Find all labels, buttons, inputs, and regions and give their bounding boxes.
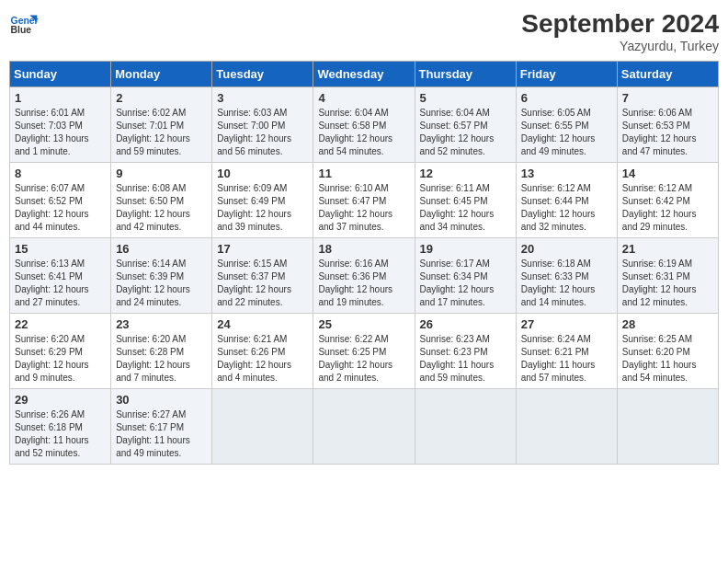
- day-number: 14: [622, 167, 713, 180]
- day-info: Sunrise: 6:06 AM Sunset: 6:53 PM Dayligh…: [622, 107, 713, 158]
- day-number: 23: [116, 317, 207, 331]
- day-info: Sunrise: 6:23 AM Sunset: 6:23 PM Dayligh…: [420, 333, 511, 385]
- calendar-cell: 23Sunrise: 6:20 AM Sunset: 6:28 PM Dayli…: [111, 314, 212, 389]
- day-info: Sunrise: 6:11 AM Sunset: 6:45 PM Dayligh…: [420, 182, 511, 234]
- day-number: 21: [622, 242, 713, 256]
- day-info: Sunrise: 6:14 AM Sunset: 6:39 PM Dayligh…: [116, 258, 207, 309]
- day-number: 8: [15, 167, 106, 180]
- day-number: 16: [116, 242, 207, 256]
- day-number: 13: [521, 167, 612, 180]
- calendar-cell: 12Sunrise: 6:11 AM Sunset: 6:45 PM Dayli…: [415, 163, 516, 238]
- calendar-cell: 21Sunrise: 6:19 AM Sunset: 6:31 PM Dayli…: [617, 238, 718, 314]
- logo: General Blue: [9, 9, 39, 39]
- day-info: Sunrise: 6:19 AM Sunset: 6:31 PM Dayligh…: [622, 258, 713, 309]
- calendar-cell: [212, 389, 313, 465]
- page-header: General Blue September 2024 Yazyurdu, Tu…: [9, 9, 719, 53]
- calendar-cell: 18Sunrise: 6:16 AM Sunset: 6:36 PM Dayli…: [313, 238, 415, 314]
- day-number: 24: [217, 317, 308, 331]
- logo-icon: General Blue: [9, 9, 39, 39]
- location-title: Yazyurdu, Turkey: [521, 39, 719, 53]
- calendar-cell: 7Sunrise: 6:06 AM Sunset: 6:53 PM Daylig…: [617, 87, 718, 163]
- day-number: 18: [318, 242, 409, 256]
- calendar-cell: 25Sunrise: 6:22 AM Sunset: 6:25 PM Dayli…: [313, 314, 415, 389]
- day-number: 5: [420, 91, 511, 105]
- day-info: Sunrise: 6:20 AM Sunset: 6:29 PM Dayligh…: [15, 333, 106, 385]
- day-info: Sunrise: 6:12 AM Sunset: 6:44 PM Dayligh…: [521, 182, 612, 234]
- calendar-cell: 5Sunrise: 6:04 AM Sunset: 6:57 PM Daylig…: [415, 87, 516, 163]
- calendar-cell: 19Sunrise: 6:17 AM Sunset: 6:34 PM Dayli…: [415, 238, 516, 314]
- day-info: Sunrise: 6:13 AM Sunset: 6:41 PM Dayligh…: [15, 258, 106, 309]
- day-info: Sunrise: 6:18 AM Sunset: 6:33 PM Dayligh…: [521, 258, 612, 309]
- calendar-cell: [617, 389, 718, 465]
- calendar-cell: 17Sunrise: 6:15 AM Sunset: 6:37 PM Dayli…: [212, 238, 313, 314]
- calendar-cell: 29Sunrise: 6:26 AM Sunset: 6:18 PM Dayli…: [10, 389, 111, 465]
- day-info: Sunrise: 6:16 AM Sunset: 6:36 PM Dayligh…: [318, 258, 409, 309]
- day-info: Sunrise: 6:07 AM Sunset: 6:52 PM Dayligh…: [15, 182, 106, 234]
- day-number: 1: [15, 91, 106, 105]
- day-number: 26: [420, 317, 511, 331]
- day-info: Sunrise: 6:21 AM Sunset: 6:26 PM Dayligh…: [217, 333, 308, 385]
- calendar-cell: 22Sunrise: 6:20 AM Sunset: 6:29 PM Dayli…: [10, 314, 111, 389]
- day-number: 20: [521, 242, 612, 256]
- day-number: 4: [318, 91, 409, 105]
- weekday-header-sunday: Sunday: [10, 62, 111, 87]
- title-area: September 2024 Yazyurdu, Turkey: [521, 9, 719, 53]
- day-info: Sunrise: 6:01 AM Sunset: 7:03 PM Dayligh…: [15, 107, 106, 158]
- weekday-header-friday: Friday: [516, 62, 617, 87]
- calendar-cell: 13Sunrise: 6:12 AM Sunset: 6:44 PM Dayli…: [516, 163, 617, 238]
- calendar-cell: 6Sunrise: 6:05 AM Sunset: 6:55 PM Daylig…: [516, 87, 617, 163]
- calendar-cell: [415, 389, 516, 465]
- calendar-week-row: 29Sunrise: 6:26 AM Sunset: 6:18 PM Dayli…: [10, 389, 719, 465]
- calendar-cell: 30Sunrise: 6:27 AM Sunset: 6:17 PM Dayli…: [111, 389, 212, 465]
- calendar-cell: 1Sunrise: 6:01 AM Sunset: 7:03 PM Daylig…: [10, 87, 111, 163]
- calendar-week-row: 8Sunrise: 6:07 AM Sunset: 6:52 PM Daylig…: [10, 163, 719, 238]
- calendar-week-row: 15Sunrise: 6:13 AM Sunset: 6:41 PM Dayli…: [10, 238, 719, 314]
- day-number: 10: [217, 167, 308, 180]
- calendar-cell: 15Sunrise: 6:13 AM Sunset: 6:41 PM Dayli…: [10, 238, 111, 314]
- calendar-header-row: SundayMondayTuesdayWednesdayThursdayFrid…: [10, 62, 719, 87]
- svg-text:Blue: Blue: [11, 25, 32, 35]
- weekday-header-monday: Monday: [111, 62, 212, 87]
- day-number: 6: [521, 91, 612, 105]
- day-info: Sunrise: 6:27 AM Sunset: 6:17 PM Dayligh…: [116, 408, 207, 460]
- calendar-cell: 8Sunrise: 6:07 AM Sunset: 6:52 PM Daylig…: [10, 163, 111, 238]
- calendar-cell: 14Sunrise: 6:12 AM Sunset: 6:42 PM Dayli…: [617, 163, 718, 238]
- calendar-cell: 10Sunrise: 6:09 AM Sunset: 6:49 PM Dayli…: [212, 163, 313, 238]
- day-info: Sunrise: 6:05 AM Sunset: 6:55 PM Dayligh…: [521, 107, 612, 158]
- calendar-cell: 26Sunrise: 6:23 AM Sunset: 6:23 PM Dayli…: [415, 314, 516, 389]
- day-number: 29: [15, 393, 106, 407]
- day-number: 19: [420, 242, 511, 256]
- calendar-cell: 2Sunrise: 6:02 AM Sunset: 7:01 PM Daylig…: [111, 87, 212, 163]
- day-number: 30: [116, 393, 207, 407]
- day-number: 9: [116, 167, 207, 180]
- calendar-cell: 20Sunrise: 6:18 AM Sunset: 6:33 PM Dayli…: [516, 238, 617, 314]
- day-info: Sunrise: 6:25 AM Sunset: 6:20 PM Dayligh…: [622, 333, 713, 385]
- day-number: 3: [217, 91, 308, 105]
- day-info: Sunrise: 6:10 AM Sunset: 6:47 PM Dayligh…: [318, 182, 409, 234]
- calendar-week-row: 1Sunrise: 6:01 AM Sunset: 7:03 PM Daylig…: [10, 87, 719, 163]
- day-info: Sunrise: 6:15 AM Sunset: 6:37 PM Dayligh…: [217, 258, 308, 309]
- day-info: Sunrise: 6:09 AM Sunset: 6:49 PM Dayligh…: [217, 182, 308, 234]
- day-number: 2: [116, 91, 207, 105]
- weekday-header-wednesday: Wednesday: [313, 62, 415, 87]
- day-number: 12: [420, 167, 511, 180]
- day-number: 7: [622, 91, 713, 105]
- day-info: Sunrise: 6:22 AM Sunset: 6:25 PM Dayligh…: [318, 333, 409, 385]
- day-info: Sunrise: 6:04 AM Sunset: 6:57 PM Dayligh…: [420, 107, 511, 158]
- month-title: September 2024: [521, 9, 719, 39]
- calendar-cell: 4Sunrise: 6:04 AM Sunset: 6:58 PM Daylig…: [313, 87, 415, 163]
- calendar-cell: 27Sunrise: 6:24 AM Sunset: 6:21 PM Dayli…: [516, 314, 617, 389]
- weekday-header-thursday: Thursday: [415, 62, 516, 87]
- weekday-header-saturday: Saturday: [617, 62, 718, 87]
- day-info: Sunrise: 6:26 AM Sunset: 6:18 PM Dayligh…: [15, 408, 106, 460]
- day-info: Sunrise: 6:24 AM Sunset: 6:21 PM Dayligh…: [521, 333, 612, 385]
- day-info: Sunrise: 6:17 AM Sunset: 6:34 PM Dayligh…: [420, 258, 511, 309]
- day-number: 15: [15, 242, 106, 256]
- calendar-cell: 16Sunrise: 6:14 AM Sunset: 6:39 PM Dayli…: [111, 238, 212, 314]
- day-number: 25: [318, 317, 409, 331]
- day-number: 28: [622, 317, 713, 331]
- weekday-header-tuesday: Tuesday: [212, 62, 313, 87]
- calendar-table: SundayMondayTuesdayWednesdayThursdayFrid…: [9, 61, 719, 465]
- calendar-cell: 3Sunrise: 6:03 AM Sunset: 7:00 PM Daylig…: [212, 87, 313, 163]
- calendar-cell: 28Sunrise: 6:25 AM Sunset: 6:20 PM Dayli…: [617, 314, 718, 389]
